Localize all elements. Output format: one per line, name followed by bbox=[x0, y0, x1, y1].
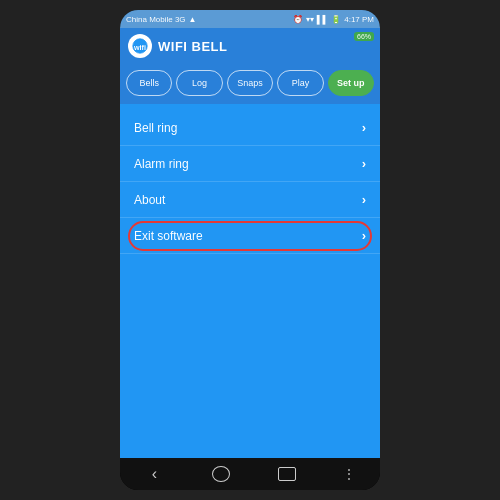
nav-bar: ‹ ⋮ bbox=[120, 458, 380, 490]
menu-item-bell-ring[interactable]: Bell ring › bbox=[120, 110, 380, 146]
status-right-icons: ⏰ ▾▾ ▌▌ 🔋 4:17 PM bbox=[293, 15, 374, 24]
wifi-icon: ▾▾ bbox=[306, 15, 314, 24]
chevron-right-icon: › bbox=[362, 120, 366, 135]
tab-setup[interactable]: Set up bbox=[328, 70, 374, 96]
app-logo: wifi bbox=[128, 34, 152, 58]
tab-snaps[interactable]: Snaps bbox=[227, 70, 273, 96]
chevron-right-icon: › bbox=[362, 156, 366, 171]
recents-button[interactable] bbox=[278, 467, 296, 481]
status-bar: China Mobile 3G ▲ ⏰ ▾▾ ▌▌ 🔋 4:17 PM bbox=[120, 10, 380, 28]
app-title: WIFI BELL bbox=[158, 39, 228, 54]
battery-icon: 🔋 bbox=[331, 15, 341, 24]
app-header: wifi WIFI BELL 66% bbox=[120, 28, 380, 64]
tab-log[interactable]: Log bbox=[176, 70, 222, 96]
tab-play[interactable]: Play bbox=[277, 70, 323, 96]
phone-frame: China Mobile 3G ▲ ⏰ ▾▾ ▌▌ 🔋 4:17 PM wifi… bbox=[120, 10, 380, 490]
battery-percentage: 66% bbox=[354, 32, 374, 41]
nav-dots: ⋮ bbox=[343, 467, 356, 481]
menu-item-alarm-ring[interactable]: Alarm ring › bbox=[120, 146, 380, 182]
signal-bars-icon: ▌▌ bbox=[317, 15, 328, 24]
tab-bar: Bells Log Snaps Play Set up bbox=[120, 64, 380, 104]
status-carrier: China Mobile 3G ▲ bbox=[126, 15, 197, 24]
menu-item-about[interactable]: About › bbox=[120, 182, 380, 218]
menu-item-exit-software[interactable]: Exit software › bbox=[120, 218, 380, 254]
chevron-right-icon: › bbox=[362, 228, 366, 243]
chevron-right-icon: › bbox=[362, 192, 366, 207]
signal-icon: ▲ bbox=[189, 15, 197, 24]
tab-bells[interactable]: Bells bbox=[126, 70, 172, 96]
alarm-icon: ⏰ bbox=[293, 15, 303, 24]
back-button[interactable]: ‹ bbox=[144, 461, 165, 487]
svg-text:wifi: wifi bbox=[133, 43, 146, 52]
main-content: Bell ring › Alarm ring › About › Exit so… bbox=[120, 104, 380, 458]
home-button[interactable] bbox=[212, 466, 230, 482]
